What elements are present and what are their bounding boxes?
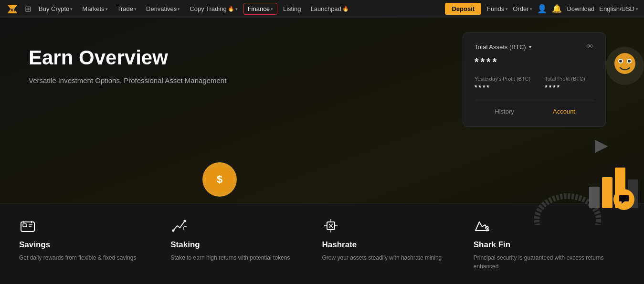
chevron-icon: ▾ xyxy=(235,7,238,11)
nav-order[interactable]: Order ▾ xyxy=(513,5,532,12)
asset-card-footer: History Account xyxy=(475,100,594,117)
navbar: XT ⊞ Buy Crypto ▾ Markets ▾ Trade ▾ Deri… xyxy=(0,0,644,18)
nav-listing[interactable]: Listing xyxy=(279,3,305,14)
asset-profit-row: Yesterday's Profit (BTC) **** Total Prof… xyxy=(475,76,594,91)
svg-point-9 xyxy=(619,60,622,63)
bell-icon[interactable]: 🔔 xyxy=(552,4,562,14)
eye-icon[interactable]: 👁 xyxy=(586,42,594,51)
chevron-icon: ▾ xyxy=(530,7,532,11)
nav-markets[interactable]: Markets ▾ xyxy=(78,3,111,14)
nav-copy-trading[interactable]: Copy Trading 🔥 ▾ xyxy=(186,3,241,14)
nav-download[interactable]: Download xyxy=(567,5,594,12)
sharkfin-icon xyxy=(474,217,492,235)
nav-buy-crypto[interactable]: Buy Crypto ▾ xyxy=(35,3,76,14)
chevron-icon: ▾ xyxy=(134,7,137,11)
nav-funds[interactable]: Funds ▾ xyxy=(487,5,508,12)
chevron-icon: ▾ xyxy=(70,7,73,11)
hero-subtitle: Versatile Investment Options, Profession… xyxy=(29,76,443,84)
deposit-button[interactable]: Deposit xyxy=(445,3,481,15)
arrow-decoration: ▶ xyxy=(595,135,608,155)
chevron-icon: ▾ xyxy=(529,44,531,50)
chevron-icon: ▾ xyxy=(178,7,180,11)
chat-button[interactable] xyxy=(613,189,634,210)
sharkfin-title: Shark Fin xyxy=(474,240,611,250)
chevron-icon: ▾ xyxy=(506,7,508,11)
chevron-icon: ▾ xyxy=(636,7,638,11)
coin-decoration: $ xyxy=(201,160,239,200)
chevron-icon: ▾ xyxy=(106,7,108,11)
svg-point-6 xyxy=(614,53,635,74)
account-button[interactable]: Account xyxy=(534,106,594,117)
main-content: Earn Overview Versatile Investment Optio… xyxy=(0,18,644,284)
hero-title: Earn Overview xyxy=(29,47,443,69)
mascot-image xyxy=(606,47,644,85)
svg-point-10 xyxy=(628,60,631,63)
nav-launchpad[interactable]: Launchpad 🔥 xyxy=(306,3,352,14)
asset-title: Total Assets (BTC) ▾ xyxy=(475,43,531,51)
asset-card-header: Total Assets (BTC) ▾ 👁 xyxy=(475,42,594,51)
user-icon[interactable]: 👤 xyxy=(537,4,547,14)
grid-icon[interactable]: ⊞ xyxy=(25,4,31,13)
nav-language[interactable]: English/USD ▾ xyxy=(599,5,638,12)
svg-text:$: $ xyxy=(217,173,222,185)
fire-icon: 🔥 xyxy=(342,6,349,12)
sharkfin-desc: Principal security is guaranteed with ex… xyxy=(474,253,611,271)
logo[interactable]: XT xyxy=(6,2,19,16)
nav-right-group: Funds ▾ Order ▾ 👤 🔔 Download English/USD… xyxy=(487,4,638,14)
asset-card: Total Assets (BTC) ▾ 👁 **** Yesterday's … xyxy=(463,32,606,127)
total-profit: Total Profit (BTC) **** xyxy=(545,76,585,91)
yesterday-profit: Yesterday's Profit (BTC) **** xyxy=(475,76,530,91)
nav-finance[interactable]: Finance ▾ xyxy=(243,3,277,15)
svg-text:XT: XT xyxy=(11,7,16,12)
svg-rect-12 xyxy=(602,177,612,208)
asset-value: **** xyxy=(475,56,594,68)
nav-trade[interactable]: Trade ▾ xyxy=(114,3,140,14)
svg-rect-11 xyxy=(589,187,600,208)
chevron-icon: ▾ xyxy=(271,7,273,11)
hero-section: Earn Overview Versatile Investment Optio… xyxy=(0,18,443,284)
history-button[interactable]: History xyxy=(475,106,534,117)
nav-derivatives[interactable]: Derivatives ▾ xyxy=(142,3,184,14)
fire-icon: 🔥 xyxy=(228,6,234,12)
